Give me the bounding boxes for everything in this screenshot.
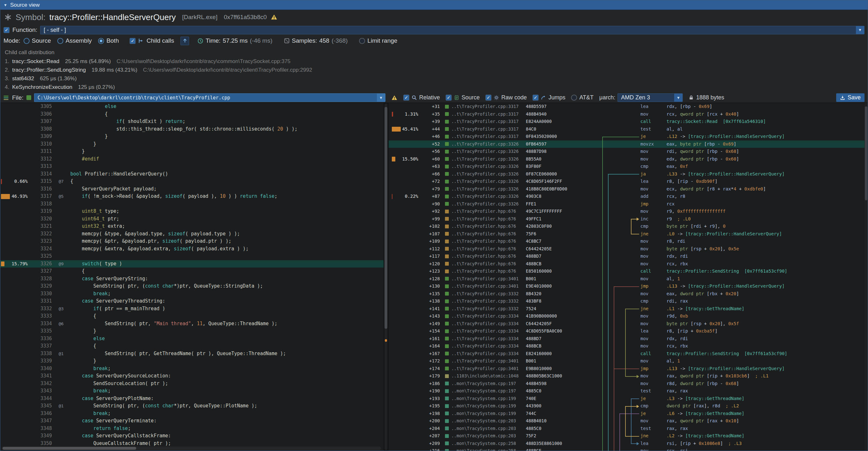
vertical-scrollbar[interactable]: [384, 103, 388, 450]
titlebar[interactable]: ▼ Source view: [0, 0, 868, 10]
asm-row-31[interactable]: +31..t\TracyProfiler.cpp:3317488D5597lea…: [389, 103, 865, 111]
asm-row-149[interactable]: +149..t\TracyProfiler.cpp:3334C64424205F…: [389, 320, 865, 328]
source-line-3314[interactable]: 3314bool Profiler::HandleServerQuery(): [0, 171, 383, 178]
source-line-3325[interactable]: 3325: [0, 252, 383, 260]
asm-row-130[interactable]: +130..t\TracyProfiler.cpp:3401E9E4010000…: [389, 282, 865, 290]
asm-source-location[interactable]: ..t\TracyProfiler.hpp:676: [440, 245, 526, 253]
raw-code-checkbox[interactable]: [486, 95, 492, 101]
asm-row-128[interactable]: +128..t\TracyProfiler.cpp:3401B001moval,…: [389, 275, 865, 283]
horizontal-scrollbar[interactable]: [2, 447, 381, 450]
asm-source-location[interactable]: ..t\TracyProfiler.cpp:3401: [440, 282, 526, 290]
source-line-3343[interactable]: 3343 break;: [0, 387, 383, 395]
save-button[interactable]: Save: [836, 93, 865, 102]
source-line-3318[interactable]: 3318: [0, 200, 383, 208]
asm-row-56[interactable]: +56..t\TracyProfiler.cpp:3326488B7D98mov…: [389, 148, 865, 155]
asm-source-location[interactable]: ..t\TracyProfiler.hpp:676: [440, 268, 526, 275]
asm-source-location[interactable]: ..t\TracyProfiler.cpp:3326: [440, 163, 526, 171]
asm-source-location[interactable]: ..t\TracyProfiler.cpp:3326: [440, 200, 526, 208]
asm-source-location[interactable]: ..t\TracyProfiler.cpp:3334: [440, 312, 526, 320]
source-toggle[interactable]: Source: [445, 94, 480, 101]
file-list-icon[interactable]: [3, 95, 9, 101]
source-line-3350[interactable]: 3350 QueueCallstackFrame( ptr );: [0, 440, 383, 448]
asm-source-location[interactable]: ..mon\TracySystem.cpp:258: [440, 447, 526, 451]
scrollbar-thumb[interactable]: [3, 447, 136, 450]
asm-source-location[interactable]: ..t\TracyProfiler.cpp:3317: [440, 103, 526, 111]
asm-row-72[interactable]: +72..t\TracyProfiler.cpp:33264C8D05F146F…: [389, 178, 865, 185]
source-line-3312[interactable]: 3312 #endif: [0, 155, 383, 163]
source-line-3317[interactable]: 46.93%3317@5 if( !m_sock->Read( &payload…: [0, 193, 383, 200]
asm-row-179[interactable]: +179..1103\include\atomic:1048488B05B63C…: [389, 372, 865, 380]
source-line-3330[interactable]: 3330 break;: [0, 290, 383, 298]
asm-source-location[interactable]: ..t\TracyProfiler.cpp:3334: [440, 350, 526, 358]
asm-source-location[interactable]: ..t\TracyProfiler.hpp:676: [440, 238, 526, 245]
file-select[interactable]: C:\Users\wolf\Desktop\darkrl\contrib\tra…: [34, 93, 385, 102]
asm-source-location[interactable]: ..mon\TracySystem.cpp:199: [440, 395, 526, 402]
scrollbar-thumb[interactable]: [865, 107, 867, 200]
asm-source-location[interactable]: ..t\TracyProfiler.cpp:3332: [440, 298, 526, 305]
asm-row-102[interactable]: +102..t\TracyProfiler.hpp:67642803C0F00c…: [389, 222, 865, 230]
asm-source-location[interactable]: ..t\TracyProfiler.hpp:676: [440, 215, 526, 223]
chevron-down-icon[interactable]: ▼: [856, 26, 864, 34]
source-line-3341[interactable]: 3341 case ServerQuerySourceLocation:: [0, 372, 383, 380]
asm-row-204[interactable]: +204..mon\TracySystem.cpp:2034885C0testr…: [389, 425, 865, 432]
chevron-down-icon[interactable]: ▼: [377, 94, 385, 101]
source-line-3321[interactable]: 3321 uint32_t extra;: [0, 222, 383, 230]
parent-up-button[interactable]: [181, 37, 189, 45]
limit-range-toggle[interactable]: Limit range: [359, 37, 397, 44]
asm-source-location[interactable]: ..t\TracyProfiler.cpp:3326: [440, 178, 526, 185]
asm-source-location[interactable]: ..t\TracyProfiler.cpp:3334: [440, 335, 526, 343]
asm-source-location[interactable]: ..t\TracyProfiler.cpp:3326: [440, 148, 526, 155]
source-line-3335[interactable]: 3335 }: [0, 327, 383, 335]
collapse-caret-icon[interactable]: ▼: [3, 3, 7, 7]
asm-source-location[interactable]: ..t\TracyProfiler.cpp:3334: [440, 327, 526, 335]
mode-option-source[interactable]: Source: [24, 37, 51, 44]
jumps-toggle[interactable]: Jumps: [532, 94, 565, 101]
asm-source-location[interactable]: ..t\TracyProfiler.cpp:3326: [440, 141, 526, 148]
source-line-3349[interactable]: 3349 case ServerQueryCallstackFrame:: [0, 432, 383, 440]
asm-source-location[interactable]: ..t\TracyProfiler.cpp:3317: [440, 118, 526, 125]
asm-source-location[interactable]: ..mon\TracySystem.cpp:199: [440, 402, 526, 410]
asm-source-location[interactable]: ..mon\TracySystem.cpp:197: [440, 380, 526, 388]
source-line-3327[interactable]: 3327 {: [0, 268, 383, 275]
asm-source-location[interactable]: ..t\TracyProfiler.hpp:676: [440, 208, 526, 215]
asm-row-216[interactable]: +216..mon\TracySystem.cpp:258488BCEmovrc…: [389, 447, 865, 451]
source-line-3305[interactable]: 3305 else: [0, 103, 383, 111]
child-calls-checkbox[interactable]: [129, 38, 135, 44]
asm-source-location[interactable]: ..mon\TracySystem.cpp:203: [440, 425, 526, 432]
source-line-3313[interactable]: 3313: [0, 163, 383, 171]
child-call-entry[interactable]: 3.stat64i32625 μs (1.36%): [5, 74, 868, 83]
child-call-entry[interactable]: 2.tracy::Profiler::SendLongString19.88 m…: [5, 66, 868, 74]
source-line-3319[interactable]: 3319 uint8_t type;: [0, 208, 383, 215]
source-line-3308[interactable]: 3308 std::this_thread::sleep_for( std::c…: [0, 125, 383, 133]
asm-row-87[interactable]: 0.22%+87..t\TracyProfiler.cpp:33264903C8…: [389, 193, 865, 200]
asm-row-123[interactable]: +123..t\TracyProfiler.hpp:676E850160000c…: [389, 268, 865, 275]
asm-source-location[interactable]: ..mon\TracySystem.cpp:203: [440, 417, 526, 425]
source-line-3309[interactable]: 3309 }: [0, 133, 383, 141]
asm-row-44[interactable]: 45.41%+44..t\TracyProfiler.cpp:331784C0t…: [389, 125, 865, 133]
att-toggle[interactable]: AT&T: [571, 94, 594, 101]
source-line-3306[interactable]: 3306 {: [0, 111, 383, 118]
source-line-3336[interactable]: 3336 else: [0, 335, 383, 343]
asm-source-location[interactable]: ..mon\TracySystem.cpp:203: [440, 432, 526, 440]
asm-row-117[interactable]: +117..t\TracyProfiler.hpp:676488BD7movrd…: [389, 252, 865, 260]
uarch-select[interactable]: AMD Zen 3 ▼: [618, 93, 683, 102]
source-line-3324[interactable]: 3324 memcpy( &extra, &payload.extra, siz…: [0, 245, 383, 253]
source-line-3329[interactable]: 3329 SendString( ptr, (const char*)ptr, …: [0, 282, 383, 290]
source-line-3334[interactable]: 3334@6 SendString( ptr, "Main thread", 1…: [0, 320, 383, 328]
asm-source-location[interactable]: ..t\TracyProfiler.cpp:3326: [440, 193, 526, 200]
assembly-scrollbar[interactable]: [865, 103, 868, 451]
asm-row-79[interactable]: +79..t\TracyProfiler.cpp:3326418B8C80E0B…: [389, 185, 865, 193]
asm-row-207[interactable]: +207..mon\TracySystem.cpp:20375F2jne.L2 …: [389, 432, 865, 440]
raw-code-toggle[interactable]: Raw code: [486, 94, 527, 101]
source-line-3316[interactable]: 3316 ServerQueryPacket payload;: [0, 185, 383, 193]
asm-row-209[interactable]: +209..mon\TracySystem.cpp:258488D35E8861…: [389, 440, 865, 448]
source-line-3332[interactable]: 3332@3 if( ptr == m_mainThread ): [0, 305, 383, 313]
asm-row-193[interactable]: +193..mon\TracySystem.cpp:199740Eje.L3 -…: [389, 395, 865, 402]
asm-source-location[interactable]: ..t\TracyProfiler.cpp:3334: [440, 342, 526, 350]
asm-row-167[interactable]: +167..t\TracyProfiler.cpp:3334E824160000…: [389, 350, 865, 358]
asm-source-location[interactable]: ..t\TracyProfiler.hpp:676: [440, 252, 526, 260]
asm-row-190[interactable]: +190..mon\TracySystem.cpp:1974885C0testr…: [389, 387, 865, 395]
asm-source-location[interactable]: ..t\TracyProfiler.hpp:676: [440, 222, 526, 230]
source-line-3347[interactable]: 3347 case ServerQueryTerminate:: [0, 417, 383, 425]
asm-source-location[interactable]: ..mon\TracySystem.cpp:199: [440, 410, 526, 418]
